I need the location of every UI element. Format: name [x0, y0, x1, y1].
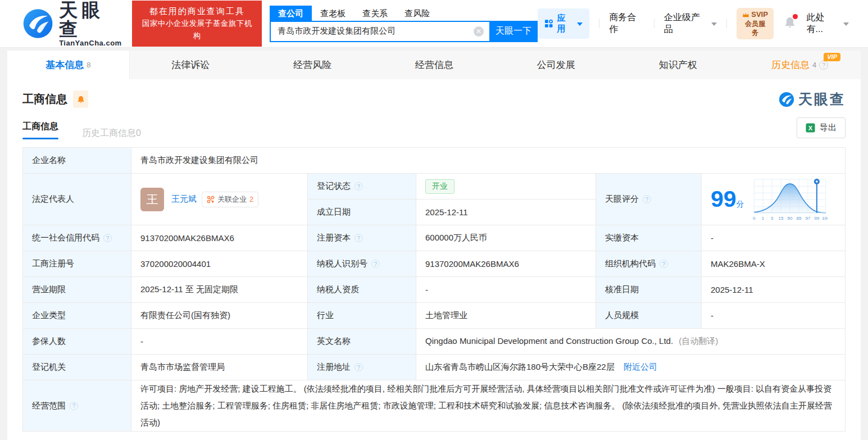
tab-label: 经营信息: [415, 58, 453, 71]
help-icon[interactable]: ?: [660, 260, 668, 268]
reg-status-label: 登记状态 ?: [308, 174, 416, 199]
tab-business-info[interactable]: 经营信息: [374, 51, 496, 79]
org-structure-icon: [207, 196, 215, 203]
reg-authority-value: 青岛市市场监督管理局: [131, 355, 308, 380]
notification-dot: [793, 14, 798, 19]
tab-count: 8: [87, 61, 90, 69]
section-header: 工商信息 天眼查: [22, 79, 846, 108]
tianyancha-logo[interactable]: 天眼查 TianYanCha.com: [22, 1, 125, 47]
help-icon[interactable]: ?: [355, 234, 363, 242]
search-tab-risk[interactable]: 查风险: [396, 6, 438, 21]
menu-enterprise[interactable]: 企业级产品: [664, 12, 717, 35]
nearby-companies-link[interactable]: 附近公司: [624, 362, 657, 371]
clear-search-icon[interactable]: ✕: [474, 26, 484, 37]
subscribe-bell-button[interactable]: [73, 90, 88, 108]
watermark-text: 天眼查: [798, 90, 846, 108]
svg-text:99: 99: [814, 216, 820, 221]
legal-rep-label: 法定代表人: [23, 174, 131, 225]
tab-count: 4: [812, 61, 816, 69]
notifications-bell[interactable]: [783, 16, 797, 31]
tab-history-info[interactable]: VIP 历史信息 4 ?: [739, 51, 861, 79]
subtab-business-registration[interactable]: 工商信息: [22, 121, 58, 139]
search-tab-boss[interactable]: 查老板: [312, 6, 354, 21]
reg-authority-label: 登记机关: [23, 355, 131, 380]
search-tab-relation[interactable]: 查关系: [354, 6, 396, 21]
tab-intellectual-property[interactable]: 知识产权: [617, 51, 739, 79]
score-cell[interactable]: 99分: [702, 174, 846, 225]
establish-date-value: 2025-12-11: [416, 199, 596, 225]
menu-divider: [654, 19, 655, 28]
legal-rep-avatar[interactable]: 王: [140, 188, 164, 211]
svg-text:100: 100: [822, 216, 828, 221]
score-marker-pin: [814, 179, 819, 213]
search-tabs: 查公司 查老板 查关系 查风险: [270, 6, 538, 21]
score-distribution-chart: 0 1 3 15 50 85 97 99 100: [752, 177, 828, 221]
row-company-type: 企业类型 有限责任公司(国有独资) 行业 土地管理业 人员规模 -: [23, 303, 846, 329]
tab-label: 经营风险: [293, 58, 331, 71]
crown-icon: [742, 12, 749, 18]
company-type-label: 企业类型: [23, 303, 131, 329]
business-term-label: 营业期限: [23, 277, 131, 303]
svip-subtitle: 会员服务: [742, 19, 769, 37]
account-label: 此处有...: [806, 12, 840, 35]
english-name-value: Qingdao Municipal Development and Constr…: [416, 329, 846, 355]
apps-menu[interactable]: 应用: [538, 8, 589, 39]
legal-rep-cell: 王 王元斌 关联企业 2: [131, 174, 308, 225]
svg-text:X: X: [808, 125, 813, 131]
help-icon[interactable]: ?: [103, 234, 112, 242]
export-button[interactable]: X 导出: [797, 117, 846, 138]
help-icon[interactable]: ?: [643, 195, 651, 203]
row-legal-rep: 法定代表人 王 王元斌 关联企业 2: [23, 174, 846, 199]
paid-capital-value: -: [702, 225, 846, 251]
insured-count-label: 参保人数: [23, 329, 131, 355]
menu-cooperation[interactable]: 商务合作: [609, 12, 644, 35]
svg-text:50: 50: [787, 216, 793, 221]
tab-label: 公司发展: [537, 58, 575, 71]
row-reg-number: 工商注册号 370200020004401 纳税人识别号 ? 91370200M…: [23, 251, 846, 277]
help-icon[interactable]: ?: [355, 363, 363, 371]
tab-label: 知识产权: [659, 58, 697, 71]
row-credit-code: 统一社会信用代码 ? 91370200MAK26BMAX6 注册资本 ? 600…: [23, 225, 846, 251]
reg-address-value: 山东省青岛市崂山区海尔路180号大荣中心B座22层 附近公司: [416, 355, 846, 380]
related-companies-count: 2: [249, 195, 253, 203]
tab-operational-risk[interactable]: 经营风险: [252, 51, 374, 79]
tab-company-development[interactable]: 公司发展: [495, 51, 617, 79]
tab-basic-info[interactable]: 基本信息 8: [7, 51, 130, 79]
export-label: 导出: [820, 123, 837, 133]
svip-member-badge[interactable]: SVIP 会员服务: [737, 8, 774, 39]
subtab-history-registration[interactable]: 历史工商信息0: [82, 128, 141, 139]
company-name-label: 企业名称: [23, 148, 131, 174]
reg-address-label: 注册地址 ?: [308, 355, 416, 380]
search-area: 查公司 查老板 查关系 查风险 ✕ 天眼一下: [270, 6, 538, 42]
help-icon[interactable]: ?: [355, 182, 363, 190]
business-scope-value: 许可项目: 房地产开发经营; 建设工程施工。 (依法须经批准的项目, 经相关部门…: [131, 380, 846, 432]
chevron-down-icon: [843, 22, 849, 26]
subtab-label: 历史工商信息0: [82, 128, 141, 138]
english-name-label: 英文名称: [308, 329, 416, 355]
menu-divider: [726, 19, 727, 28]
user-account-menu[interactable]: 此处有...: [806, 12, 849, 35]
svg-text:97: 97: [805, 216, 811, 221]
tab-legal-proceedings[interactable]: 法律诉讼: [130, 51, 252, 79]
row-business-term: 营业期限 2025-12-11 至 无固定期限 纳税人资质 - 核准日期 202…: [23, 277, 846, 303]
vip-badge: VIP: [824, 53, 840, 61]
related-companies-badge[interactable]: 关联企业 2: [202, 192, 258, 207]
org-code-label: 组织机构代码 ?: [596, 251, 702, 277]
help-icon[interactable]: ?: [371, 260, 380, 268]
reg-number-value: 370200020004401: [131, 251, 308, 277]
help-icon[interactable]: ?: [819, 61, 828, 70]
legal-rep-name-link[interactable]: 王元斌: [171, 194, 197, 205]
svg-text:3: 3: [770, 216, 773, 221]
svip-title: SVIP: [751, 10, 768, 19]
search-tab-company[interactable]: 查公司: [270, 6, 312, 21]
promo-line1: 都在用的商业查询工具: [139, 5, 255, 17]
reg-capital-value: 600000万人民币: [416, 225, 596, 251]
related-companies-label: 关联企业: [217, 194, 247, 205]
search-input[interactable]: [270, 21, 489, 42]
help-icon[interactable]: ?: [70, 402, 78, 410]
taxpayer-quality-value: -: [416, 277, 596, 303]
search-button[interactable]: 天眼一下: [489, 21, 538, 42]
industry-value: 土地管理业: [416, 303, 596, 329]
tianyancha-watermark: 天眼查: [779, 90, 846, 108]
score-value: 99: [711, 186, 737, 212]
